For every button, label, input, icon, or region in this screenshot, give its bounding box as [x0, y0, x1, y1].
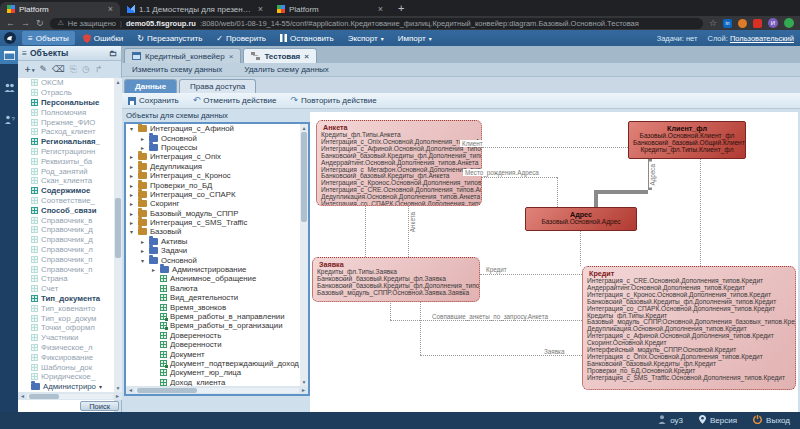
list-item[interactable]: Содержимое ▾ — [18, 186, 114, 196]
redo-button[interactable]: ↷ Повторить действие — [291, 96, 377, 105]
tree-item[interactable]: ▾ Интеграция_с_Афиной — [126, 124, 308, 133]
list-item[interactable]: Способ_связи ▾ — [18, 205, 114, 215]
tree-item[interactable]: ▸ Активы — [126, 237, 308, 246]
tree-arrow-icon[interactable]: ▸ — [128, 153, 135, 160]
delete-icon[interactable]: ⌫ — [52, 64, 65, 74]
tree-arrow-icon[interactable]: ▸ — [139, 144, 146, 151]
reload-icon[interactable]: ↻ — [36, 19, 44, 28]
list-item[interactable]: ОКСМ ▾ — [18, 78, 114, 88]
tree-item[interactable]: ▸ Проверки_по_БД — [126, 180, 308, 189]
list-item[interactable]: Скан_клиента ▾ — [18, 176, 114, 186]
list-item[interactable]: Реквизиты_ба ▾ — [18, 156, 114, 166]
tree-item[interactable]: Документ_подтверждающий_доход — [126, 359, 308, 368]
objects-rail-button[interactable] — [0, 46, 18, 64]
save-button[interactable]: Сохранить — [128, 96, 179, 105]
entity-zayavka[interactable]: Заявка Кредиты_фл.Типы.ЗаявкаБанковский_… — [312, 257, 480, 302]
list-item[interactable]: Расход_клиент ▾ — [18, 127, 114, 137]
tree-arrow-icon[interactable]: ▸ — [139, 238, 146, 245]
tree-item[interactable]: Время_звонков — [126, 302, 308, 311]
entity-anketa[interactable]: Анкета Кредиты_фл.Типы.АнкетаИнтеграция_… — [316, 120, 482, 206]
list-item[interactable]: Региональная_ ▾ — [18, 137, 114, 147]
tree-item[interactable]: ▸ Интеграция_с_Onix — [126, 152, 308, 161]
objects-button[interactable]: ≡ Объекты — [22, 31, 75, 45]
entity-adres[interactable]: Адрес Базовый.Основной.Адрес — [525, 207, 637, 231]
doc-tab-credit-conveyor[interactable]: Кредитный_конвейер × — [124, 48, 241, 63]
list-item[interactable]: Справочник_д ▾ — [18, 225, 114, 235]
browser-tab-1[interactable]: Platform × — [0, 2, 120, 16]
tab-close-icon[interactable]: × — [108, 4, 113, 14]
errors-button[interactable]: Ошибки — [77, 31, 130, 45]
tree-item[interactable]: ▸ Дедупликация — [126, 162, 308, 171]
tree-hscrollbar[interactable]: ◄► — [126, 386, 308, 394]
list-item[interactable]: Отрасль ▾ — [18, 88, 114, 98]
tab-data[interactable]: Данные — [124, 79, 177, 93]
entity-klient-fl[interactable]: Клиент_фл Базовый.Основной.Клиент_флБанк… — [628, 121, 746, 159]
users-rail-button[interactable] — [0, 78, 18, 96]
edit-icon[interactable]: ✎ — [40, 64, 48, 74]
tab-close-icon[interactable]: × — [378, 4, 383, 14]
browser-tab-3[interactable]: Platform × — [270, 2, 390, 16]
list-item[interactable]: Тип_документа ▾ — [18, 294, 114, 304]
list-item[interactable]: Счет ▾ — [18, 284, 114, 294]
tree-arrow-icon[interactable]: ▾ — [128, 125, 135, 132]
edit-schema-button[interactable]: Изменить схему данных — [132, 65, 222, 74]
list-item[interactable]: Справочник_п ▾ — [18, 264, 114, 274]
tree-arrow-icon[interactable]: ▸ — [128, 191, 135, 198]
logout-button[interactable]: Выход — [753, 415, 790, 426]
tab-access-rights[interactable]: Права доступа — [179, 79, 256, 93]
stop-button[interactable]: Остановить — [274, 31, 340, 45]
export-menu[interactable]: Экспорт▾ — [342, 31, 390, 45]
delete-schema-button[interactable]: Удалить схему данных — [244, 65, 329, 74]
list-item[interactable]: Шаблоны_док ▾ — [18, 362, 114, 372]
tree-arrow-icon[interactable]: ▾ — [128, 228, 135, 235]
list-item[interactable]: Точки_оформл ▾ — [18, 323, 114, 333]
tree-arrow-icon[interactable]: ▸ — [128, 200, 135, 207]
tree-item[interactable]: ▾ Основной — [126, 255, 308, 264]
objects-scrollbar[interactable]: ▲ ▼ — [114, 78, 122, 392]
list-item[interactable]: Род_занятий ▾ — [18, 166, 114, 176]
objects-hscrollbar[interactable]: ◄► — [18, 392, 122, 400]
tree-item[interactable]: Документ_юр_лица — [126, 368, 308, 377]
tree-item[interactable]: ▸ Интеграция_с_Кронос — [126, 171, 308, 180]
history-icon[interactable]: ◷ — [82, 64, 90, 74]
list-item[interactable]: Участники ▾ — [18, 333, 114, 343]
tree-item[interactable]: ▾ Базовый — [126, 227, 308, 236]
export-icon[interactable]: ↱ — [95, 64, 103, 74]
layer-link[interactable]: Пользовательский — [730, 34, 794, 43]
forward-icon[interactable]: → — [21, 19, 30, 28]
list-item[interactable]: Справочник_в ▾ — [18, 215, 114, 225]
restart-button[interactable]: ↻ Перезапустить — [131, 31, 208, 45]
list-item[interactable]: Персональные ▾ — [18, 98, 114, 108]
search-button[interactable]: Поиск — [80, 401, 119, 411]
tree-item[interactable]: ▸ Базовый_модуль_СППР — [126, 209, 308, 218]
tree-arrow-icon[interactable]: ▸ — [139, 247, 146, 254]
tree-arrow-icon[interactable]: ▸ — [128, 182, 135, 189]
green-profile-icon[interactable] — [784, 18, 794, 28]
tree-item[interactable]: ▸ Интеграция_со_СПАРК — [126, 190, 308, 199]
doc-tab-testovaya[interactable]: Тестовая × — [243, 48, 317, 63]
red-extension-icon[interactable] — [753, 19, 762, 28]
list-item[interactable]: Страна ▾ — [18, 274, 114, 284]
new-tab-button[interactable]: + — [398, 2, 404, 14]
list-item[interactable]: Справочник_п ▾ — [18, 254, 114, 264]
undo-button[interactable]: ↶ Отменить действие — [193, 96, 277, 105]
tree-arrow-icon[interactable]: ▾ — [139, 257, 146, 264]
tree-item[interactable]: ▸ Администрирование — [126, 265, 308, 274]
linkedin-extension-icon[interactable]: in — [723, 19, 732, 28]
list-item[interactable]: Тип_ковенанто ▾ — [18, 303, 114, 313]
folder-icon[interactable]: 🗀 — [109, 49, 117, 58]
list-item[interactable]: Администриро ▾ — [18, 382, 114, 392]
tree-item[interactable]: ▸ Скоринг — [126, 199, 308, 208]
list-item[interactable]: Справочник_д ▾ — [18, 235, 114, 245]
tree-item[interactable]: ▸ Задачи — [126, 246, 308, 255]
tree-scrollbar[interactable]: ▲ ▼ — [300, 124, 308, 386]
tree-item[interactable]: Анонимное_обращение — [126, 274, 308, 283]
list-item[interactable]: Физическое_л ▾ — [18, 343, 114, 353]
tab-close-icon[interactable]: × — [258, 4, 263, 14]
tree-item[interactable]: ▸ Основной — [126, 133, 308, 142]
list-item[interactable]: Соответствие_ ▾ — [18, 196, 114, 206]
profile-avatar[interactable]: И — [768, 18, 778, 28]
tree-item[interactable]: Доверенность — [126, 331, 308, 340]
tree-arrow-icon[interactable]: ▸ — [128, 219, 135, 226]
support-rail-button[interactable]: ? — [0, 110, 18, 128]
